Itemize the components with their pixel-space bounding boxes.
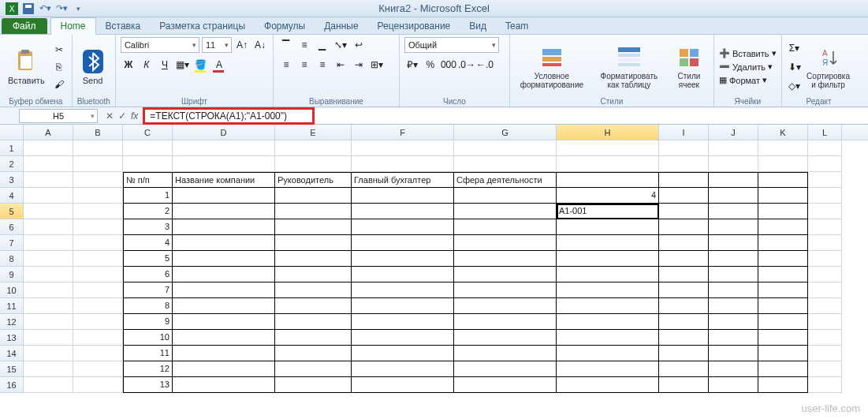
- cell-F8[interactable]: [352, 251, 454, 267]
- cell-D8[interactable]: [173, 251, 275, 267]
- cell-F1[interactable]: [352, 140, 454, 156]
- row-header-12[interactable]: 12: [0, 314, 24, 330]
- row-header-7[interactable]: 7: [0, 235, 24, 251]
- cell-D7[interactable]: [173, 235, 275, 251]
- align-bottom-icon[interactable]: ▁: [315, 37, 330, 53]
- cell-F5[interactable]: [352, 204, 454, 219]
- formula-input[interactable]: =ТЕКСТ(СТРОКА(A1);"A1-000"): [143, 107, 315, 125]
- cell-I8[interactable]: [659, 251, 709, 267]
- cell-J14[interactable]: [709, 346, 758, 361]
- cell-B9[interactable]: [73, 267, 123, 282]
- align-left-icon[interactable]: ≡: [278, 57, 294, 73]
- cell-J5[interactable]: [709, 204, 758, 219]
- row-header-3[interactable]: 3: [0, 172, 24, 188]
- cell-D12[interactable]: [173, 314, 275, 330]
- cell-L5[interactable]: [808, 204, 842, 219]
- cell-K9[interactable]: [758, 267, 808, 282]
- cell-K4[interactable]: [758, 188, 808, 204]
- redo-icon[interactable]: ↷▾: [54, 2, 69, 16]
- cell-J4[interactable]: [709, 188, 758, 204]
- cell-K14[interactable]: [758, 346, 808, 361]
- cell-E16[interactable]: [275, 377, 352, 393]
- cell-D14[interactable]: [173, 346, 275, 361]
- cell-C1[interactable]: [123, 140, 173, 156]
- col-header-C[interactable]: C: [123, 125, 173, 140]
- cell-A13[interactable]: [24, 330, 73, 346]
- cell-L13[interactable]: [808, 330, 842, 346]
- row-header-14[interactable]: 14: [0, 346, 24, 361]
- cell-J6[interactable]: [709, 219, 758, 235]
- cell-B7[interactable]: [73, 235, 123, 251]
- cell-G8[interactable]: [454, 251, 557, 267]
- cell-E4[interactable]: [275, 188, 352, 204]
- conditional-format-button[interactable]: Условное форматирование: [515, 43, 589, 91]
- row-header-15[interactable]: 15: [0, 361, 24, 377]
- format-painter-icon[interactable]: 🖌: [51, 77, 67, 92]
- cell-J3[interactable]: [709, 172, 758, 188]
- tab-view[interactable]: Вид: [460, 18, 496, 34]
- row-header-11[interactable]: 11: [0, 298, 24, 314]
- cell-D9[interactable]: [173, 267, 275, 282]
- wrap-text-icon[interactable]: ↩: [351, 37, 367, 53]
- cell-B12[interactable]: [73, 314, 123, 330]
- tab-team[interactable]: Team: [496, 18, 538, 34]
- cell-K8[interactable]: [758, 251, 808, 267]
- increase-decimal-icon[interactable]: .0→: [459, 57, 475, 73]
- cancel-formula-icon[interactable]: ✕: [106, 110, 114, 122]
- format-cells-button[interactable]: ▦Формат▾: [719, 75, 777, 85]
- cell-L14[interactable]: [808, 346, 842, 361]
- cell-F4[interactable]: [352, 188, 454, 204]
- cell-L16[interactable]: [808, 377, 842, 393]
- cell-F10[interactable]: [352, 282, 454, 298]
- cell-K16[interactable]: [758, 377, 808, 393]
- cell-C11[interactable]: 8: [123, 298, 173, 314]
- cell-H6[interactable]: [557, 219, 659, 235]
- cell-E11[interactable]: [275, 298, 352, 314]
- col-header-D[interactable]: D: [173, 125, 275, 140]
- cell-C7[interactable]: 4: [123, 235, 173, 251]
- currency-icon[interactable]: ₽▾: [404, 57, 420, 73]
- cell-K3[interactable]: [758, 172, 808, 188]
- autosum-icon[interactable]: Σ▾: [787, 40, 803, 56]
- cell-K7[interactable]: [758, 235, 808, 251]
- cell-E5[interactable]: [275, 204, 352, 219]
- cell-F11[interactable]: [352, 298, 454, 314]
- cell-G4[interactable]: [454, 188, 557, 204]
- align-center-icon[interactable]: ≡: [296, 57, 312, 73]
- cell-E2[interactable]: [275, 156, 352, 172]
- align-right-icon[interactable]: ≡: [315, 57, 330, 73]
- cell-H11[interactable]: [557, 298, 659, 314]
- cell-B4[interactable]: [73, 188, 123, 204]
- cell-G10[interactable]: [454, 282, 557, 298]
- cell-L7[interactable]: [808, 235, 842, 251]
- number-format-combo[interactable]: Общий: [404, 37, 499, 53]
- cell-H13[interactable]: [557, 330, 659, 346]
- cell-K11[interactable]: [758, 298, 808, 314]
- cell-G12[interactable]: [454, 314, 557, 330]
- cell-B1[interactable]: [73, 140, 123, 156]
- cell-B8[interactable]: [73, 251, 123, 267]
- cell-E1[interactable]: [275, 140, 352, 156]
- cell-B10[interactable]: [73, 282, 123, 298]
- cell-G2[interactable]: [454, 156, 557, 172]
- italic-button[interactable]: К: [139, 57, 155, 73]
- cell-G9[interactable]: [454, 267, 557, 282]
- cell-H12[interactable]: [557, 314, 659, 330]
- cell-A2[interactable]: [24, 156, 73, 172]
- percent-icon[interactable]: %: [423, 57, 438, 73]
- cell-L1[interactable]: [808, 140, 842, 156]
- clear-icon[interactable]: ◇▾: [787, 78, 803, 94]
- cell-H16[interactable]: [557, 377, 659, 393]
- tab-review[interactable]: Рецензирование: [368, 18, 460, 34]
- cell-E3[interactable]: Руководитель: [275, 172, 352, 188]
- cell-E7[interactable]: [275, 235, 352, 251]
- tab-home[interactable]: Home: [50, 17, 96, 35]
- sort-filter-button[interactable]: AЯ Сортировка и фильтр: [806, 43, 851, 91]
- cell-C8[interactable]: 5: [123, 251, 173, 267]
- cell-D5[interactable]: [173, 204, 275, 219]
- merge-icon[interactable]: ⊞▾: [369, 57, 385, 73]
- comma-icon[interactable]: 000: [441, 57, 456, 73]
- cell-H7[interactable]: [557, 235, 659, 251]
- col-header-K[interactable]: K: [758, 125, 808, 140]
- cell-A9[interactable]: [24, 267, 73, 282]
